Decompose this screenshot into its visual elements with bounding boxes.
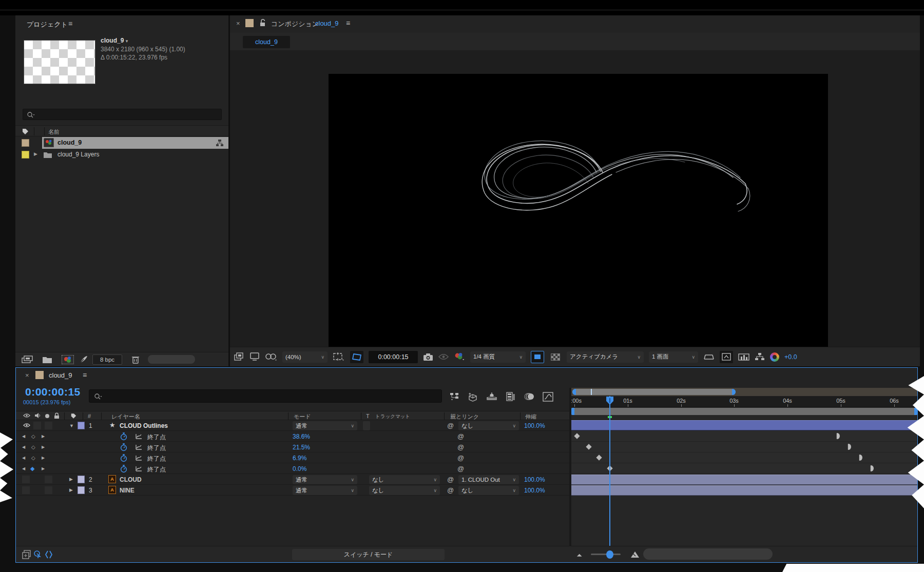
pickwhip-icon[interactable]: @: [457, 443, 464, 451]
stopwatch-icon[interactable]: [120, 454, 127, 462]
expression-graph-icon[interactable]: [135, 433, 143, 440]
project-settings-icon[interactable]: [22, 356, 33, 364]
project-search-input[interactable]: [23, 109, 222, 120]
folder-label-swatch[interactable]: [22, 151, 29, 159]
solo-toggle[interactable]: [45, 476, 52, 483]
visibility-toggle[interactable]: [22, 486, 30, 494]
stretch-value[interactable]: 100.0%: [524, 476, 545, 483]
parent-dropdown[interactable]: 1. CLOUD Out ∨: [458, 475, 519, 484]
vr-goggles-icon[interactable]: [265, 353, 277, 361]
visibility-toggle[interactable]: [22, 476, 30, 483]
prev-keyframe-icon[interactable]: ◀: [22, 456, 25, 460]
playhead-line[interactable]: [609, 396, 610, 547]
close-timeline-icon[interactable]: ×: [25, 371, 29, 379]
track-matte-toggle[interactable]: [363, 421, 370, 430]
track-matte-dropdown[interactable]: なし ∨: [369, 486, 440, 495]
next-keyframe-icon[interactable]: ▶: [42, 456, 45, 460]
prev-keyframe-icon[interactable]: ◀: [22, 434, 25, 439]
expand-layers-icon[interactable]: [22, 550, 31, 559]
work-area-bar[interactable]: [571, 408, 917, 415]
blend-mode-dropdown[interactable]: 通常 ∨: [293, 486, 357, 495]
layer-row[interactable]: ▶ 3 A NINE 通常 ∨ なし ∨ @ なし ∨ 100.0%: [16, 485, 570, 496]
resolution-dropdown[interactable]: 1/4 画質 ∨: [470, 351, 526, 363]
motion-blur-icon[interactable]: [524, 392, 534, 401]
layer-label-swatch[interactable]: [78, 486, 85, 494]
mini-flowchart-icon[interactable]: [755, 352, 765, 361]
timeline-navigator-strip[interactable]: [571, 388, 917, 396]
shy-layers-icon[interactable]: [486, 392, 497, 401]
timeline-zoom-slider[interactable]: [591, 554, 621, 555]
current-timecode[interactable]: 0:00:00:15: [25, 386, 81, 398]
layer-label-swatch[interactable]: [78, 476, 85, 483]
always-preview-icon[interactable]: [234, 352, 244, 361]
layer-name[interactable]: CLOUD Outlines: [120, 422, 168, 429]
project-footer-scrollbar[interactable]: [148, 355, 195, 364]
switch-mode-toggle-button[interactable]: スイッチ / モード: [292, 549, 445, 560]
blend-mode-dropdown[interactable]: 通常 ∨: [293, 475, 357, 484]
navigator-end-handle[interactable]: [732, 389, 736, 395]
keyframe-at-current-time-icon[interactable]: ◆: [30, 465, 34, 472]
next-keyframe-icon[interactable]: ▶: [42, 466, 45, 471]
prev-keyframe-icon[interactable]: ◀: [22, 445, 25, 449]
target-region-icon[interactable]: [531, 351, 544, 363]
project-row-name[interactable]: cloud_9: [57, 139, 82, 146]
solo-toggle[interactable]: [45, 486, 52, 494]
parent-pickwhip-icon[interactable]: @: [447, 422, 454, 429]
parent-pickwhip-icon[interactable]: @: [447, 476, 454, 483]
composition-canvas[interactable]: [329, 74, 828, 357]
comp-panel-menu-icon[interactable]: ≡: [346, 19, 350, 27]
viewer-timecode-display[interactable]: 0:00:00:15: [369, 351, 418, 363]
draft-3d-icon[interactable]: [468, 392, 478, 402]
frame-blending-icon[interactable]: [506, 392, 516, 402]
project-row-composition[interactable]: cloud_9: [15, 137, 228, 149]
work-area-start-handle[interactable]: [571, 408, 574, 415]
mask-visibility-icon[interactable]: [350, 351, 363, 363]
keyframe-diamond[interactable]: [596, 455, 602, 460]
columns-graph-divider[interactable]: [569, 388, 571, 547]
property-value[interactable]: 6.9%: [293, 455, 306, 462]
viewer-tab-cloud9[interactable]: cloud_9: [243, 36, 290, 48]
add-keyframe-icon[interactable]: ◇: [31, 444, 35, 450]
solo-toggle[interactable]: [45, 422, 52, 429]
audio-toggle[interactable]: [33, 422, 41, 429]
keyframe-ease[interactable]: [846, 444, 851, 450]
stopwatch-icon[interactable]: [120, 443, 127, 451]
prev-keyframe-icon[interactable]: ◀: [22, 466, 25, 471]
keyframe-track[interactable]: [571, 452, 917, 463]
folder-expand-chevron-icon[interactable]: ▶: [34, 151, 37, 156]
timeline-tab-name[interactable]: cloud_9: [49, 371, 72, 379]
lock-open-icon[interactable]: [260, 18, 266, 27]
composition-mini-flowchart-icon[interactable]: [450, 392, 459, 401]
timeline-preview-icon[interactable]: [738, 352, 749, 361]
show-snapshot-eye-icon[interactable]: [438, 353, 449, 360]
next-keyframe-icon[interactable]: ▶: [42, 445, 45, 449]
panel-comp-name[interactable]: cloud_9: [315, 19, 339, 27]
property-name[interactable]: 終了点: [147, 455, 166, 463]
keyframe-track[interactable]: [571, 431, 917, 442]
layer-bar-nine[interactable]: [571, 485, 917, 496]
property-name[interactable]: 終了点: [147, 433, 166, 442]
time-ruler[interactable]: 0:00s 01s 02s 03s 04s 05s 06s: [571, 396, 917, 407]
share-view-icon[interactable]: [703, 353, 715, 361]
timeline-panel-menu-icon[interactable]: ≡: [83, 371, 87, 379]
flowchart-icon[interactable]: [216, 139, 224, 147]
add-keyframe-icon[interactable]: ◇: [31, 455, 35, 461]
preview-name-caret-icon[interactable]: ▾: [126, 38, 128, 44]
stopwatch-icon[interactable]: [120, 432, 127, 441]
region-of-interest-icon[interactable]: [333, 352, 345, 362]
comp-label-swatch[interactable]: [22, 139, 29, 147]
trash-icon[interactable]: [131, 355, 140, 364]
expand-collapse-chevron-icon[interactable]: ▶: [69, 477, 73, 482]
parent-dropdown[interactable]: なし ∨: [458, 486, 519, 495]
transparency-grid-icon[interactable]: [549, 352, 562, 362]
active-camera-dropdown[interactable]: アクティブカメラ ∨: [567, 351, 644, 363]
next-keyframe-icon[interactable]: ▶: [42, 434, 45, 439]
exposure-value[interactable]: +0.0: [784, 353, 797, 361]
stretch-value[interactable]: 100.0%: [524, 487, 545, 494]
primary-viewer-icon[interactable]: [249, 352, 260, 361]
layer-bar-cloud[interactable]: [571, 475, 917, 485]
property-row[interactable]: ◀ ◆ ▶ 終了点 0.0% @: [16, 463, 570, 474]
property-name[interactable]: 終了点: [147, 465, 166, 474]
pickwhip-icon[interactable]: @: [457, 465, 464, 472]
keyframe-track[interactable]: [571, 442, 917, 452]
